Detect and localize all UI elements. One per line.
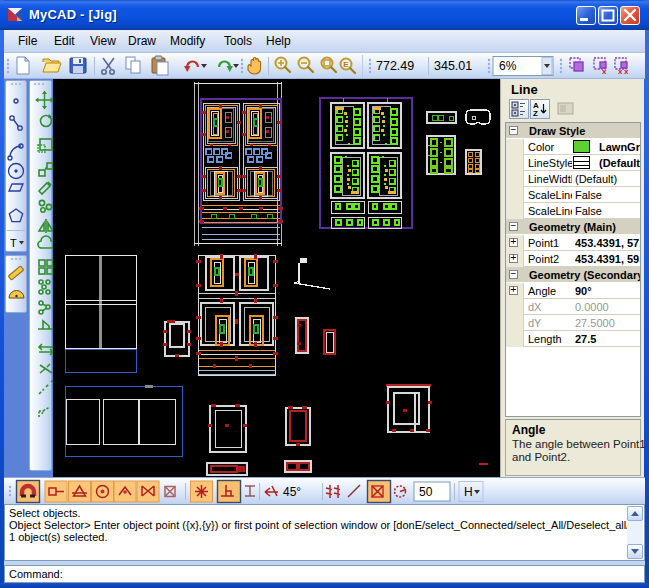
svg-text:6%: 6% [499, 59, 517, 73]
svg-text:x: x [602, 67, 607, 76]
svg-text:H: H [464, 485, 473, 499]
svg-text:45°: 45° [283, 485, 301, 499]
svg-text:772.49: 772.49 [376, 59, 414, 73]
svg-text:T: T [10, 237, 17, 249]
svg-text:345.01: 345.01 [434, 59, 472, 73]
svg-text:50: 50 [419, 485, 433, 499]
svg-text:E: E [343, 60, 349, 69]
svg-text:x: x [618, 67, 623, 76]
svg-text:x: x [624, 67, 629, 76]
svg-text:Z: Z [533, 109, 538, 118]
